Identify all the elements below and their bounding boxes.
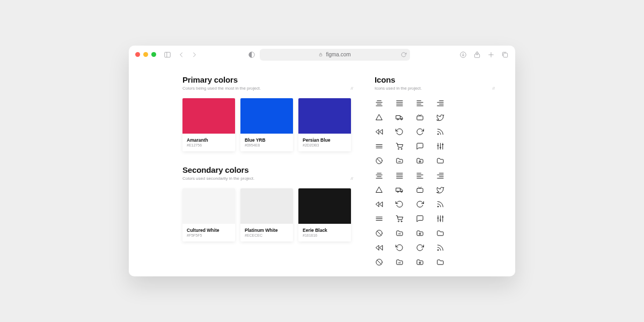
message-square-icon[interactable] bbox=[415, 142, 424, 150]
message-square-icon[interactable] bbox=[415, 214, 424, 223]
color-swatch[interactable]: Cultured White#F5F5F5 bbox=[182, 188, 235, 241]
rss-icon[interactable] bbox=[436, 243, 444, 252]
swatch-hex: #2D2DB3 bbox=[303, 143, 347, 147]
folder-icon[interactable] bbox=[436, 229, 444, 237]
align-center-icon[interactable] bbox=[375, 171, 383, 179]
section-marker: // bbox=[351, 86, 353, 91]
section-title: Secondary colors bbox=[182, 165, 254, 174]
swatch-hex: #161616 bbox=[303, 233, 347, 237]
share-icon[interactable] bbox=[473, 51, 481, 58]
sidebar-toggle-icon[interactable] bbox=[164, 51, 171, 58]
rotate-ccw-icon[interactable] bbox=[395, 200, 404, 208]
align-left-icon[interactable] bbox=[415, 98, 424, 107]
folder-icon[interactable] bbox=[436, 258, 444, 266]
sliders-icon[interactable] bbox=[436, 142, 444, 150]
rotate-ccw-icon[interactable] bbox=[395, 127, 404, 136]
svg-rect-49 bbox=[503, 53, 508, 57]
twitter-icon[interactable] bbox=[436, 185, 444, 194]
browser-window: figma.com Primary colors Colors being us… bbox=[129, 46, 515, 276]
swatch-name: Amaranth bbox=[187, 137, 231, 143]
align-center-icon[interactable] bbox=[375, 98, 383, 107]
slash-circle-icon[interactable] bbox=[375, 229, 383, 237]
rewind-icon[interactable] bbox=[375, 200, 383, 208]
folder-minus-icon[interactable] bbox=[395, 258, 404, 266]
section-title: Icons bbox=[375, 75, 422, 84]
swatch-name: Platinum White bbox=[245, 228, 289, 233]
url-text: figma.com bbox=[326, 52, 350, 57]
swatch-hex: #E12756 bbox=[187, 143, 231, 147]
color-swatch[interactable]: Persian Blue#2D2DB3 bbox=[298, 98, 351, 151]
align-justify-icon[interactable] bbox=[395, 98, 404, 107]
new-tab-icon[interactable] bbox=[487, 51, 495, 58]
zoom-window-button[interactable] bbox=[151, 52, 156, 57]
color-swatch[interactable]: Blue YRB#0954E8 bbox=[240, 98, 293, 151]
back-button[interactable] bbox=[178, 51, 185, 58]
align-left-icon[interactable] bbox=[415, 171, 424, 179]
swatch-name: Eerie Black bbox=[303, 228, 347, 233]
icon-grid bbox=[375, 98, 495, 266]
svg-rect-39 bbox=[165, 52, 171, 57]
triangle-icon[interactable] bbox=[375, 113, 383, 121]
rewind-icon[interactable] bbox=[375, 243, 383, 252]
rotate-cw-icon[interactable] bbox=[415, 200, 424, 208]
menu-icon[interactable] bbox=[375, 214, 383, 223]
slash-circle-icon[interactable] bbox=[375, 156, 383, 165]
section-subtitle: Colors being used the most in the projec… bbox=[182, 86, 261, 91]
folder-plus-icon[interactable] bbox=[415, 258, 424, 266]
tv-icon[interactable] bbox=[415, 185, 424, 194]
rotate-ccw-icon[interactable] bbox=[395, 243, 404, 252]
color-swatch[interactable]: Platinum White#ECECEC bbox=[240, 188, 293, 241]
section-marker: // bbox=[493, 86, 495, 91]
swatch-hex: #0954E8 bbox=[245, 143, 289, 147]
slash-circle-icon[interactable] bbox=[375, 258, 383, 266]
tv-icon[interactable] bbox=[415, 113, 424, 121]
swatch-color bbox=[182, 98, 235, 134]
address-bar[interactable]: figma.com bbox=[260, 49, 410, 61]
menu-icon[interactable] bbox=[375, 142, 383, 150]
page-content: Primary colors Colors being used the mos… bbox=[129, 63, 515, 276]
downloads-icon[interactable] bbox=[459, 51, 467, 58]
shopping-cart-icon[interactable] bbox=[395, 142, 404, 150]
section-subtitle: Colors used secondarily in the project. bbox=[182, 176, 254, 181]
triangle-icon[interactable] bbox=[375, 185, 383, 194]
privacy-report-icon[interactable] bbox=[248, 51, 255, 58]
minimize-window-button[interactable] bbox=[143, 52, 148, 57]
lock-icon bbox=[318, 52, 323, 57]
align-justify-icon[interactable] bbox=[395, 171, 404, 179]
color-swatch[interactable]: Eerie Black#161616 bbox=[298, 188, 351, 241]
swatch-color bbox=[240, 188, 293, 224]
truck-icon[interactable] bbox=[395, 185, 404, 194]
browser-toolbar: figma.com bbox=[129, 46, 515, 63]
truck-icon[interactable] bbox=[395, 113, 404, 121]
swatch-color bbox=[298, 188, 351, 224]
reload-icon[interactable] bbox=[400, 52, 407, 58]
icons-section: Icons Icons used in the project. // bbox=[375, 75, 495, 266]
folder-minus-icon[interactable] bbox=[395, 229, 404, 237]
rewind-icon[interactable] bbox=[375, 127, 383, 136]
forward-button[interactable] bbox=[191, 51, 198, 58]
rotate-cw-icon[interactable] bbox=[415, 127, 424, 136]
align-right-icon[interactable] bbox=[436, 98, 444, 107]
twitter-icon[interactable] bbox=[436, 113, 444, 121]
tab-overview-icon[interactable] bbox=[501, 51, 509, 58]
secondary-swatch-row: Cultured White#F5F5F5Platinum White#ECEC… bbox=[182, 188, 353, 241]
svg-rect-42 bbox=[320, 54, 323, 56]
primary-colors-section: Primary colors Colors being used the mos… bbox=[182, 75, 353, 151]
rss-icon[interactable] bbox=[436, 127, 444, 136]
rss-icon[interactable] bbox=[436, 200, 444, 208]
swatch-color bbox=[182, 188, 235, 224]
color-swatch[interactable]: Amaranth#E12756 bbox=[182, 98, 235, 151]
swatch-hex: #F5F5F5 bbox=[187, 233, 231, 237]
rotate-cw-icon[interactable] bbox=[415, 243, 424, 252]
folder-icon[interactable] bbox=[436, 156, 444, 165]
folder-plus-icon[interactable] bbox=[415, 229, 424, 237]
close-window-button[interactable] bbox=[135, 52, 140, 57]
folder-plus-icon[interactable] bbox=[415, 156, 424, 165]
sliders-icon[interactable] bbox=[436, 214, 444, 223]
swatch-hex: #ECECEC bbox=[245, 233, 289, 237]
align-right-icon[interactable] bbox=[436, 171, 444, 179]
folder-minus-icon[interactable] bbox=[395, 156, 404, 165]
section-subtitle: Icons used in the project. bbox=[375, 86, 422, 91]
swatch-name: Cultured White bbox=[187, 228, 231, 233]
shopping-cart-icon[interactable] bbox=[395, 214, 404, 223]
